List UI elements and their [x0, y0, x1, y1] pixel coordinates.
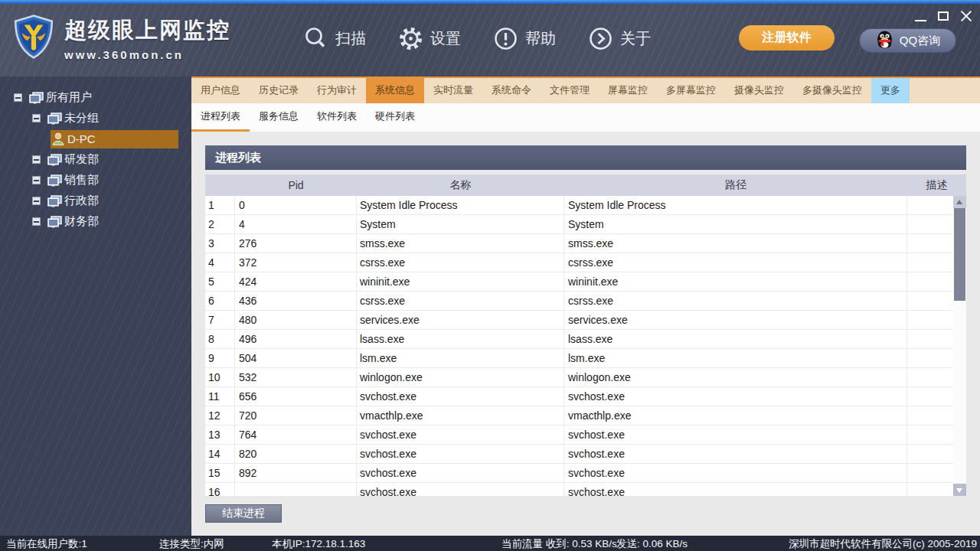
table-row[interactable]: 4372csrss.execsrss.exe: [205, 253, 966, 272]
nav-settings-button[interactable]: 设置: [398, 26, 461, 51]
cell-path: svchost.exe: [564, 445, 907, 464]
table-row[interactable]: 15892svchost.exesvchost.exe: [205, 464, 966, 483]
cell-path: vmacthlp.exe: [564, 406, 907, 425]
subtab-service-info[interactable]: 服务信息: [250, 103, 308, 132]
column-header-2[interactable]: 名称: [357, 174, 564, 196]
table-row[interactable]: 11656svchost.exesvchost.exe: [205, 387, 966, 406]
minimize-button[interactable]: [915, 20, 926, 21]
cell-path: csrss.exe: [564, 292, 907, 311]
main-area: 所有用户未分组D-PC研发部销售部行政部财务部 用户信息历史记录行为审计系统信息…: [0, 77, 980, 536]
tab-system-info[interactable]: 系统信息: [366, 77, 424, 103]
table-row[interactable]: 10532winlogon.exewinlogon.exe: [205, 368, 966, 387]
table-row[interactable]: 5424wininit.exewininit.exe: [205, 272, 966, 292]
tab-camera-monitor[interactable]: 摄像头监控: [725, 77, 793, 103]
table-row[interactable]: 3276smss.exesmss.exe: [205, 234, 966, 253]
tab-behavior-audit[interactable]: 行为审计: [308, 77, 366, 103]
computer-icon: [47, 216, 62, 228]
tab-multi-screen-monitor[interactable]: 多屏幕监控: [657, 77, 725, 103]
cell-pid: 496: [235, 330, 357, 349]
table-row[interactable]: 16svchost.exesvchost.exe: [205, 483, 966, 496]
tab-realtime-traffic[interactable]: 实时流量: [424, 77, 482, 103]
collapse-toggle-icon[interactable]: [32, 155, 41, 164]
collapse-toggle-icon[interactable]: [32, 176, 41, 184]
tab-more[interactable]: 更多: [871, 77, 910, 103]
table-row[interactable]: 9504lsm.exelsm.exe: [205, 349, 966, 368]
tree-item-finance-dept[interactable]: 财务部: [0, 211, 191, 232]
collapse-toggle-icon[interactable]: [32, 114, 41, 122]
tree-item-label: 财务部: [64, 214, 99, 229]
cell-index: 12: [205, 406, 235, 425]
subtab-hardware-list[interactable]: 硬件列表: [366, 103, 424, 132]
cell-path: System Idle Process: [564, 196, 907, 215]
status-bar: 当前在线用户数:1连接类型:内网本机IP:172.18.1.163当前流量 收到…: [0, 536, 980, 551]
gear-icon: [398, 26, 423, 51]
column-header-1[interactable]: Pid: [235, 174, 357, 196]
tree-item-sales-dept[interactable]: 销售部: [0, 170, 191, 191]
tab-system-command[interactable]: 系统命令: [482, 77, 541, 103]
tab-user-info[interactable]: 用户信息: [191, 77, 250, 103]
nav-scan-button[interactable]: 扫描: [303, 26, 366, 51]
tree-item-rd-dept[interactable]: 研发部: [0, 149, 191, 170]
collapse-toggle-icon[interactable]: [32, 217, 41, 226]
app-header: 超级眼上网监控 www.360mon.cn 扫描: [0, 0, 980, 77]
cell-name: wininit.exe: [357, 272, 564, 292]
tree-item-label: 未分组: [64, 111, 99, 126]
cell-path: System: [564, 215, 907, 234]
cell-pid: 764: [235, 425, 357, 445]
tree-item-d-pc[interactable]: D-PC: [0, 129, 191, 149]
cell-path: lsass.exe: [564, 330, 907, 349]
table-row[interactable]: 6436csrss.execsrss.exe: [205, 292, 966, 311]
close-button[interactable]: [960, 10, 972, 22]
table-row[interactable]: 10System Idle ProcessSystem Idle Process: [205, 196, 966, 215]
subtab-bar: 进程列表服务信息软件列表硬件列表: [191, 103, 980, 132]
qq-penguin-icon: [875, 30, 894, 51]
cell-name: svchost.exe: [357, 483, 564, 496]
cell-index: 7: [205, 311, 235, 330]
table-row[interactable]: 13764svchost.exesvchost.exe: [205, 425, 966, 445]
tree-item-ungrouped[interactable]: 未分组: [0, 108, 191, 129]
scroll-up-arrow[interactable]: [953, 196, 966, 208]
table-row[interactable]: 7480services.exeservices.exe: [205, 311, 966, 330]
qq-consult-button[interactable]: QQ咨询: [859, 28, 956, 53]
header-nav: 扫描 设置: [303, 4, 651, 73]
column-header-3[interactable]: 路径: [564, 174, 907, 196]
tab-history[interactable]: 历史记录: [250, 77, 308, 103]
column-header-4[interactable]: 描述: [907, 174, 966, 196]
scrollbar-thumb[interactable]: [954, 208, 965, 301]
computer-icon: [47, 154, 62, 166]
register-software-button[interactable]: 注册软件: [739, 25, 835, 51]
subtab-process-list[interactable]: 进程列表: [191, 103, 250, 132]
collapse-toggle-icon[interactable]: [32, 197, 41, 205]
nav-help-button[interactable]: 帮助: [493, 26, 556, 51]
table-row[interactable]: 24SystemSystem: [205, 215, 966, 234]
app-logo-shield-icon: [11, 14, 57, 63]
subtab-software-list[interactable]: 软件列表: [308, 103, 366, 132]
scroll-down-arrow[interactable]: [953, 484, 966, 496]
nav-about-button[interactable]: 关于: [588, 26, 651, 51]
tree-item-label: 销售部: [64, 173, 99, 187]
table-row[interactable]: 14820svchost.exesvchost.exe: [205, 445, 966, 464]
computer-icon: [47, 195, 62, 207]
tab-screen-monitor[interactable]: 屏幕监控: [599, 77, 657, 103]
window-controls: [915, 8, 972, 24]
tree-item-all-users[interactable]: 所有用户: [0, 87, 191, 108]
cell-index: 8: [205, 330, 235, 349]
computer-icon: [47, 112, 62, 125]
tree-item-label: D-PC: [67, 132, 96, 145]
cell-pid: 424: [235, 272, 357, 292]
tree-item-admin-dept[interactable]: 行政部: [0, 191, 191, 211]
tab-file-manage[interactable]: 文件管理: [541, 77, 599, 103]
vertical-scrollbar[interactable]: [953, 196, 966, 496]
content-area: 进程列表 Pid名称路径描述 10System Idle ProcessSyst…: [191, 132, 980, 536]
cell-path: lsm.exe: [564, 349, 907, 368]
cell-name: svchost.exe: [357, 387, 564, 406]
collapse-toggle-icon[interactable]: [14, 93, 22, 102]
tab-multi-camera-monitor[interactable]: 多摄像头监控: [793, 77, 871, 103]
table-row[interactable]: 8496lsass.exelsass.exe: [205, 330, 966, 349]
end-process-button[interactable]: 结束进程: [205, 504, 282, 523]
maximize-button[interactable]: [938, 11, 949, 21]
cell-path: svchost.exe: [564, 425, 907, 445]
table-row[interactable]: 12720vmacthlp.exevmacthlp.exe: [205, 406, 966, 425]
cell-index: 6: [205, 292, 235, 311]
panel-title: 进程列表: [205, 145, 966, 170]
